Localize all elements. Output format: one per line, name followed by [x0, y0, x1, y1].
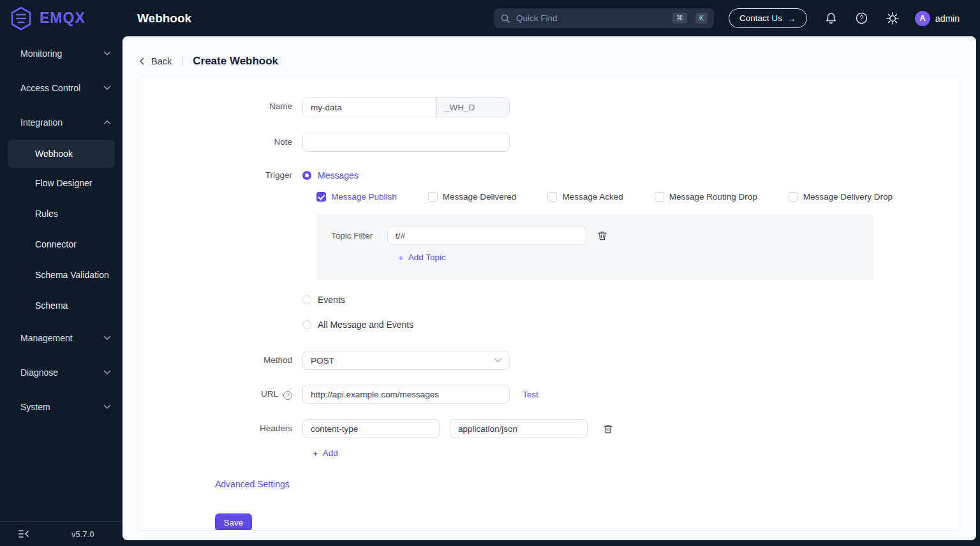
topic-filter-input[interactable]: [387, 226, 586, 245]
svg-text:?: ?: [859, 14, 863, 22]
sidebar-footer: v5.7.0: [0, 521, 122, 546]
chevron-left-icon: [139, 57, 144, 65]
sidebar-item-label: Diagnose: [20, 367, 58, 378]
sidebar-item-label: Management: [20, 333, 73, 343]
url-help-icon[interactable]: [283, 391, 292, 400]
trash-icon: [597, 230, 607, 241]
search-placeholder: Quick Find: [516, 13, 664, 23]
sidebar-item-webhook[interactable]: Webhook: [8, 140, 115, 168]
sidebar-item-connector[interactable]: Connector: [0, 229, 122, 260]
chevron-down-icon: [103, 51, 111, 56]
plus-icon: +: [398, 253, 404, 262]
save-button[interactable]: Save: [215, 513, 252, 531]
checkbox-message-delivery-drop[interactable]: Message Delivery Drop: [789, 192, 893, 202]
create-webhook-title: Create Webhook: [193, 55, 278, 68]
test-url-link[interactable]: Test: [523, 390, 538, 399]
search-icon: [500, 13, 510, 24]
checkbox-icon: [547, 192, 557, 202]
kbd-cmd: ⌘: [672, 13, 687, 24]
breadcrumb: Back Create Webhook: [122, 36, 976, 68]
sidebar: Monitoring Access Control Integration We…: [0, 36, 122, 546]
headers-label: Headers: [138, 419, 302, 438]
divider: [182, 56, 182, 66]
checkbox-message-acked[interactable]: Message Acked: [547, 192, 623, 202]
avatar: A: [915, 11, 930, 26]
chevron-down-icon: [494, 358, 501, 363]
chevron-down-icon: [103, 336, 111, 341]
advanced-settings-link[interactable]: Advanced Settings: [215, 479, 290, 489]
radio-icon: [302, 320, 311, 329]
add-header-button[interactable]: + Add: [313, 448, 338, 458]
checkbox-message-publish[interactable]: Message Publish: [316, 192, 397, 202]
add-topic-button[interactable]: + Add Topic: [398, 253, 446, 262]
chevron-down-icon: [103, 370, 111, 375]
method-label: Method: [138, 351, 302, 370]
chevron-up-icon: [103, 120, 111, 125]
radio-messages[interactable]: Messages: [302, 170, 960, 181]
quick-find-search[interactable]: Quick Find ⌘ K: [494, 8, 714, 28]
contact-us-label: Contact Us: [739, 13, 782, 23]
user-menu[interactable]: A admin: [915, 11, 960, 26]
name-input[interactable]: [303, 98, 436, 117]
trigger-label: Trigger: [138, 170, 302, 330]
note-label: Note: [138, 133, 302, 152]
checkbox-icon: [428, 192, 438, 202]
sidebar-item-diagnose[interactable]: Diagnose: [0, 355, 122, 390]
sidebar-item-rules[interactable]: Rules: [0, 198, 122, 229]
message-type-checkboxes: Message Publish Message Delivered Messag…: [316, 191, 960, 202]
sidebar-item-management[interactable]: Management: [0, 321, 122, 355]
brand-logo[interactable]: EMQX: [0, 6, 122, 31]
brand-name: EMQX: [40, 10, 85, 27]
sidebar-item-system[interactable]: System: [0, 390, 122, 424]
method-select[interactable]: POST: [302, 351, 510, 370]
sidebar-item-access-control[interactable]: Access Control: [0, 71, 122, 105]
kbd-k: K: [695, 13, 708, 24]
back-label: Back: [151, 56, 172, 66]
url-input[interactable]: [302, 385, 510, 404]
radio-all-message-and-events[interactable]: All Message and Events: [302, 319, 960, 330]
chevron-down-icon: [103, 85, 111, 91]
username: admin: [935, 13, 960, 24]
checkbox-message-delivered[interactable]: Message Delivered: [428, 192, 517, 202]
bell-icon[interactable]: [824, 11, 838, 25]
url-label-wrap: URL: [138, 385, 302, 404]
topic-filter-panel: Topic Filter: [317, 214, 873, 280]
help-icon[interactable]: ?: [855, 11, 868, 25]
sidebar-item-schema[interactable]: Schema: [0, 290, 122, 321]
header-value-input[interactable]: [450, 419, 588, 438]
radio-label: All Message and Events: [318, 320, 413, 330]
header-key-input[interactable]: [302, 419, 440, 438]
url-label: URL: [261, 385, 278, 404]
contact-us-button[interactable]: Contact Us →: [729, 8, 807, 28]
name-input-group: _WH_D: [302, 97, 510, 117]
checkbox-icon: [789, 192, 798, 202]
sidebar-item-integration[interactable]: Integration: [0, 105, 122, 140]
sidebar-item-label: Connector: [35, 239, 77, 249]
delete-header-button[interactable]: [603, 424, 613, 434]
radio-icon: [302, 295, 311, 304]
checkbox-message-routing-drop[interactable]: Message Routing Drop: [655, 192, 757, 202]
main-panel: Back Create Webhook Name _WH_D Note Trig…: [122, 36, 976, 540]
note-input[interactable]: [302, 133, 510, 152]
settings-gear-icon[interactable]: [886, 11, 900, 26]
sidebar-item-label: Webhook: [35, 149, 73, 159]
sidebar-item-label: Monitoring: [20, 48, 62, 59]
radio-label: Events: [318, 295, 345, 305]
webhook-form-card: Name _WH_D Note Trigger Messages: [138, 77, 960, 531]
radio-label: Messages: [318, 170, 359, 181]
method-value: POST: [311, 356, 334, 365]
top-header: EMQX Webhook Quick Find ⌘ K Contact Us →: [0, 0, 980, 36]
sidebar-item-flow-designer[interactable]: Flow Designer: [0, 168, 122, 198]
back-button[interactable]: Back: [139, 56, 172, 66]
sidebar-item-schema-validation[interactable]: Schema Validation: [0, 260, 122, 290]
sidebar-item-label: Schema Validation: [35, 270, 109, 280]
radio-events[interactable]: Events: [302, 294, 960, 306]
chevron-down-icon: [103, 404, 111, 410]
sidebar-item-monitoring[interactable]: Monitoring: [0, 36, 122, 71]
delete-topic-button[interactable]: [597, 230, 607, 241]
topic-filter-label: Topic Filter: [331, 231, 387, 240]
version-label: v5.7.0: [71, 529, 94, 539]
sidebar-item-label: Flow Designer: [35, 178, 92, 188]
collapse-sidebar-icon[interactable]: [18, 529, 29, 539]
checkbox-icon: [655, 192, 664, 202]
